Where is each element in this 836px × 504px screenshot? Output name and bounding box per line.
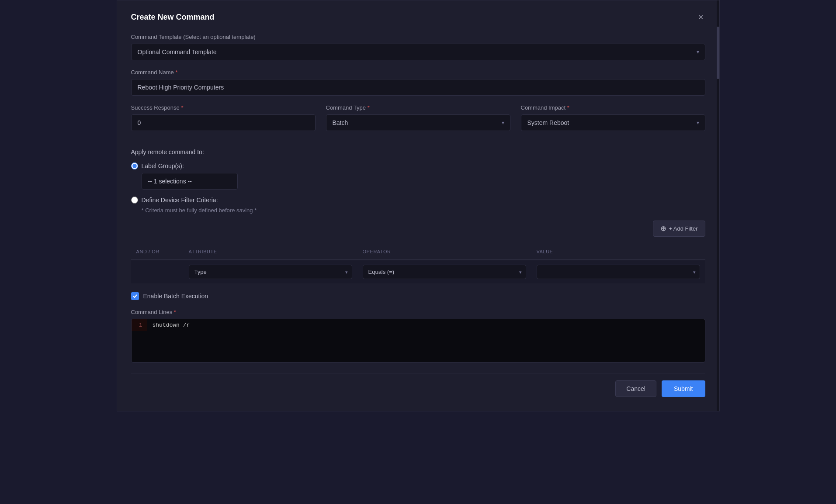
template-select[interactable]: Optional Command Template [131,44,705,60]
value-select-wrapper: ▾ [537,265,700,279]
code-line-1: 1 shutdown /r [132,319,705,331]
label-group-multiselect[interactable]: -- 1 selections -- [142,173,238,190]
command-impact-group: Command Impact * System Reboot ▾ [521,104,705,131]
batch-execution-label: Enable Batch Execution [143,293,208,300]
line-content-1: shutdown /r [147,319,705,331]
label-group-radio-group: Label Group(s): -- 1 selections -- [131,162,705,190]
scrollbar-thumb [717,27,719,79]
template-group: Command Template (Select an optional tem… [131,34,705,60]
command-type-select-wrapper: Batch ▾ [326,114,510,131]
filter-cell-attribute: Type ▾ [184,260,357,283]
checkmark-icon [132,293,138,299]
attribute-select[interactable]: Type [189,265,352,279]
create-command-modal: Create New Command × Command Template (S… [117,0,720,411]
command-impact-label: Command Impact * [521,104,705,111]
attribute-select-wrapper: Type ▾ [189,265,352,279]
batch-execution-row: Enable Batch Execution [131,292,705,300]
command-name-label: Command Name * [131,69,705,76]
line-number-1: 1 [132,319,147,331]
filter-area: ⊕ + Add Filter AND / OR ATTRIBUTE OPERAT… [131,221,705,283]
device-filter-radio-label[interactable]: Define Device Filter Criteria: [131,197,705,204]
success-response-input[interactable] [131,114,316,131]
required-star: * [175,69,177,76]
filter-cell-value: ▾ [531,260,705,283]
label-group-radio[interactable] [131,162,138,169]
command-type-group: Command Type * Batch ▾ [326,104,510,131]
operator-select-wrapper: Equals (=) ▾ [363,265,526,279]
apply-title: Apply remote command to: [131,148,705,155]
command-impact-select-wrapper: System Reboot ▾ [521,114,705,131]
command-name-input[interactable] [131,79,705,96]
success-response-label: Success Response * [131,104,316,111]
modal-header: Create New Command × [131,11,705,23]
add-filter-button[interactable]: ⊕ + Add Filter [653,221,705,237]
filter-header-and-or: AND / OR [131,245,184,258]
apply-section: Apply remote command to: Label Group(s):… [131,148,705,283]
footer-buttons: Cancel Submit [131,373,705,397]
success-response-group: Success Response * [131,104,316,131]
modal-title: Create New Command [131,13,215,22]
operator-select[interactable]: Equals (=) [363,265,526,279]
batch-execution-checkbox[interactable] [131,292,139,300]
filter-criteria-hint: * Criteria must be fully defined before … [142,207,705,214]
device-filter-text: Define Device Filter Criteria: [142,197,218,204]
command-impact-select[interactable]: System Reboot [521,114,705,131]
submit-button[interactable]: Submit [662,380,705,397]
filter-header-value: VALUE [531,245,705,258]
filter-cell-and-or [131,268,184,276]
code-editor[interactable]: 1 shutdown /r [131,319,705,362]
value-select[interactable] [537,265,700,279]
scrollbar-track[interactable] [717,0,719,411]
filter-header-attribute: ATTRIBUTE [184,245,357,258]
command-lines-group: Command Lines * 1 shutdown /r [131,309,705,362]
command-lines-label: Command Lines * [131,309,705,315]
filter-cell-operator: Equals (=) ▾ [357,260,531,283]
command-name-group: Command Name * [131,69,705,96]
filter-column-headers: AND / OR ATTRIBUTE OPERATOR VALUE [131,244,705,260]
device-filter-radio[interactable] [131,197,138,204]
command-type-select[interactable]: Batch [326,114,510,131]
close-button[interactable]: × [697,11,705,23]
device-filter-radio-group: Define Device Filter Criteria: * Criteri… [131,197,705,214]
form-row-triple: Success Response * Command Type * Batch … [131,104,705,140]
filter-header-operator: OPERATOR [357,245,531,258]
label-group-text: Label Group(s): [142,162,184,169]
template-select-wrapper: Optional Command Template ▾ [131,44,705,60]
label-group-radio-label[interactable]: Label Group(s): [131,162,705,169]
template-label: Command Template (Select an optional tem… [131,34,705,40]
plus-icon: ⊕ [660,224,666,233]
add-filter-label: + Add Filter [669,225,697,232]
cancel-button[interactable]: Cancel [615,380,656,397]
command-type-label: Command Type * [326,104,510,111]
filter-row: Type ▾ Equals (=) ▾ [131,260,705,283]
